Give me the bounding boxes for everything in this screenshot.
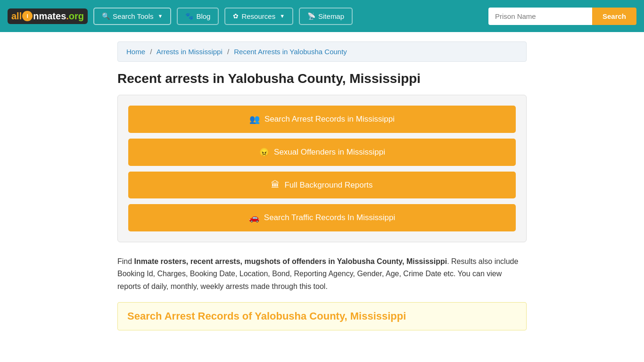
blog-label: Blog xyxy=(196,12,210,20)
prison-search-button[interactable]: Search xyxy=(592,8,636,25)
logo-org-text: org xyxy=(69,11,84,22)
resources-label: Resources xyxy=(241,12,275,20)
background-reports-icon: 🏛 xyxy=(271,180,280,190)
breadcrumb-sep-2: / xyxy=(227,48,229,56)
logo-all-text: all xyxy=(11,11,22,22)
search-tools-arrow: ▼ xyxy=(158,13,163,19)
traffic-records-label: Search Traffic Records In Mississippi xyxy=(264,213,395,222)
breadcrumb-home-link[interactable]: Home xyxy=(126,48,145,56)
section-heading: Search Arrest Records of Yalobusha Count… xyxy=(127,310,517,322)
breadcrumb: Home / Arrests in Mississippi / Recent A… xyxy=(117,41,527,62)
site-logo[interactable]: all I nmates . org xyxy=(8,8,88,24)
sexual-offenders-button[interactable]: 😠 Sexual Offenders in Mississippi xyxy=(128,139,516,166)
blog-button[interactable]: 🐾 Blog xyxy=(177,8,219,25)
sitemap-button[interactable]: 📡 Sitemap xyxy=(299,8,353,25)
description-paragraph: Find Inmate rosters, recent arrests, mug… xyxy=(117,255,527,293)
logo-icon: I xyxy=(22,11,33,21)
search-icon: 🔍 xyxy=(102,12,110,20)
sexual-offenders-icon: 😠 xyxy=(259,147,269,157)
resources-icon: ✿ xyxy=(233,12,239,20)
breadcrumb-arrests-link[interactable]: Arrests in Mississippi xyxy=(157,48,223,56)
blog-icon: 🐾 xyxy=(185,12,193,20)
find-text: Find xyxy=(117,257,134,265)
breadcrumb-sep-1: / xyxy=(150,48,152,56)
search-btn-label: Search xyxy=(603,12,626,20)
breadcrumb-current: Recent Arrests in Yalobusha County xyxy=(234,48,347,56)
background-reports-button[interactable]: 🏛 Full Background Reports xyxy=(128,172,516,198)
sitemap-label: Sitemap xyxy=(318,12,344,20)
arrest-records-icon: 👥 xyxy=(249,114,260,124)
action-card: 👥 Search Arrest Records in Mississippi 😠… xyxy=(117,95,527,242)
page-title: Recent arrests in Yalobusha County, Miss… xyxy=(117,71,527,86)
sexual-offenders-label: Sexual Offenders in Mississippi xyxy=(274,148,385,157)
traffic-records-button[interactable]: 🚗 Search Traffic Records In Mississippi xyxy=(128,204,516,231)
main-content: Home / Arrests in Mississippi / Recent A… xyxy=(110,32,534,340)
traffic-records-icon: 🚗 xyxy=(249,213,259,223)
resources-button[interactable]: ✿ Resources ▼ xyxy=(224,8,293,25)
section-heading-box: Search Arrest Records of Yalobusha Count… xyxy=(117,302,527,330)
prison-search-bar: Search xyxy=(488,8,636,25)
search-tools-label: Search Tools xyxy=(113,12,153,20)
logo-nmates-text: nmates xyxy=(33,11,66,22)
search-tools-button[interactable]: 🔍 Search Tools ▼ xyxy=(93,8,171,25)
arrest-records-label: Search Arrest Records in Mississippi xyxy=(264,115,395,124)
bold-description: Inmate rosters, recent arrests, mugshots… xyxy=(134,257,447,265)
search-arrest-records-button[interactable]: 👥 Search Arrest Records in Mississippi xyxy=(128,106,516,133)
prison-name-input[interactable] xyxy=(488,8,592,25)
main-header: all I nmates . org 🔍 Search Tools ▼ 🐾 Bl… xyxy=(0,0,644,32)
sitemap-icon: 📡 xyxy=(307,12,315,20)
background-reports-label: Full Background Reports xyxy=(284,181,372,190)
resources-arrow: ▼ xyxy=(280,13,285,19)
